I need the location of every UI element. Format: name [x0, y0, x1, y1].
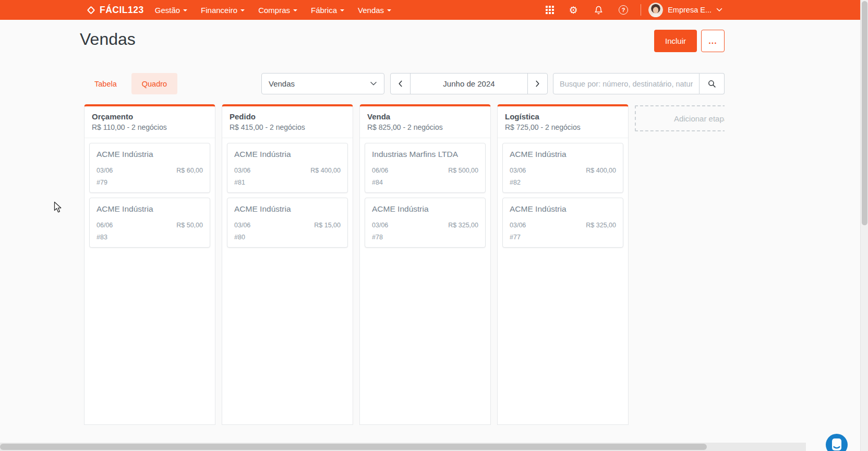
apps-grid-icon[interactable]: [546, 6, 554, 14]
card-value: R$ 400,00: [310, 167, 341, 174]
caret-down-icon: [293, 9, 297, 11]
chevron-down-icon: [370, 81, 377, 86]
deal-card[interactable]: ACME Indústria 03/06 R$ 325,00 #78: [365, 198, 486, 248]
menu-label: Fábrica: [311, 6, 337, 15]
search-group: [553, 73, 725, 94]
menu-vendas[interactable]: Vendas: [351, 0, 398, 20]
card-date: 03/06: [510, 222, 526, 229]
menu-compras[interactable]: Compras: [251, 0, 304, 20]
settings-gear-icon[interactable]: ⚙: [568, 4, 579, 16]
caret-down-icon: [183, 9, 187, 11]
column-summary: R$ 110,00 - 2 negócios: [92, 123, 208, 131]
filter-row: Tabela Quadro Vendas Junho de 2024: [0, 73, 868, 94]
card-number: #77: [510, 234, 616, 241]
horizontal-scrollbar[interactable]: [0, 443, 806, 451]
card-value: R$ 325,00: [448, 222, 478, 229]
menu-gestao[interactable]: Gestão: [148, 0, 194, 20]
app-logo[interactable]: FÁCIL123: [86, 5, 144, 16]
card-number: #82: [510, 179, 616, 186]
horizontal-scrollbar-thumb[interactable]: [0, 444, 707, 450]
caret-down-icon: [387, 9, 391, 11]
column-cards: ACME Indústria 03/06 R$ 60,00 #79 ACME I…: [85, 138, 215, 252]
main-menu: Gestão Financeiro Compras Fábrica Vendas: [148, 0, 398, 20]
card-company: ACME Indústria: [510, 204, 616, 214]
card-number: #84: [372, 179, 478, 186]
card-value: R$ 50,00: [176, 222, 203, 229]
card-date: 06/06: [97, 222, 113, 229]
menu-label: Financeiro: [201, 6, 237, 15]
pipeline-select[interactable]: Vendas: [261, 73, 384, 94]
search-icon: [707, 79, 716, 88]
caret-down-icon: [240, 9, 245, 11]
card-date: 03/06: [97, 167, 113, 174]
deal-card[interactable]: ACME Indústria 06/06 R$ 50,00 #83: [89, 198, 210, 248]
card-number: #79: [97, 179, 203, 186]
pipeline-select-value: Vendas: [269, 79, 295, 88]
card-date: 03/06: [234, 167, 250, 174]
column-header: Orçamento R$ 110,00 - 2 negócios: [85, 106, 215, 138]
navbar-right-group: ⚙ ? Empresa E...: [532, 0, 722, 20]
card-date: 03/06: [510, 167, 526, 174]
deal-card[interactable]: ACME Indústria 03/06 R$ 400,00 #82: [502, 143, 623, 193]
search-input[interactable]: [553, 73, 700, 94]
card-date: 03/06: [234, 222, 250, 229]
column-title: Logística: [505, 112, 621, 121]
help-icon[interactable]: ?: [618, 4, 629, 16]
period-label[interactable]: Junho de 2024: [411, 74, 527, 94]
menu-label: Compras: [258, 6, 290, 15]
deal-card[interactable]: Industrias Marfins LTDA 06/06 R$ 500,00 …: [365, 143, 486, 193]
tab-tabela[interactable]: Tabela: [84, 73, 127, 94]
add-stage-button[interactable]: Adicionar etapa: [635, 105, 725, 131]
card-company: ACME Indústria: [234, 204, 341, 214]
menu-financeiro[interactable]: Financeiro: [194, 0, 251, 20]
card-company: ACME Indústria: [97, 204, 203, 214]
vertical-scrollbar[interactable]: [860, 0, 868, 451]
previous-month-button[interactable]: [391, 74, 411, 94]
menu-label: Gestão: [155, 6, 180, 15]
column-header: Pedido R$ 415,00 - 2 negócios: [222, 106, 353, 138]
card-value: R$ 400,00: [586, 167, 616, 174]
deal-card[interactable]: ACME Indústria 03/06 R$ 400,00 #81: [227, 143, 348, 193]
column-header: Venda R$ 825,00 - 2 negócios: [360, 106, 490, 138]
caret-down-icon: [340, 9, 344, 11]
menu-label: Vendas: [358, 6, 384, 15]
card-company: Industrias Marfins LTDA: [372, 150, 478, 159]
include-button[interactable]: Incluir: [654, 30, 697, 52]
account-chevron-down-icon[interactable]: [716, 8, 722, 12]
notifications-bell-icon[interactable]: [593, 4, 604, 16]
card-company: ACME Indústria: [510, 150, 616, 159]
column-cards: Industrias Marfins LTDA 06/06 R$ 500,00 …: [360, 138, 490, 252]
vertical-scrollbar-thumb[interactable]: [862, 1, 867, 225]
card-number: #80: [234, 234, 341, 241]
page-title: Vendas: [80, 30, 136, 49]
column-summary: R$ 415,00 - 2 negócios: [230, 123, 345, 131]
column-orcamento: Orçamento R$ 110,00 - 2 negócios ACME In…: [84, 104, 215, 425]
logo-text: FÁCIL123: [100, 5, 144, 16]
card-value: R$ 15,00: [314, 222, 341, 229]
column-title: Pedido: [230, 112, 345, 121]
search-button[interactable]: [700, 73, 725, 94]
column-cards: ACME Indústria 03/06 R$ 400,00 #81 ACME …: [222, 138, 353, 252]
navbar-divider: [641, 4, 641, 16]
column-header: Logística R$ 725,00 - 2 negócios: [498, 106, 628, 138]
deal-card[interactable]: ACME Indústria 03/06 R$ 60,00 #79: [89, 143, 210, 193]
card-date: 03/06: [372, 222, 388, 229]
column-cards: ACME Indústria 03/06 R$ 400,00 #82 ACME …: [498, 138, 628, 252]
mouse-cursor: [54, 201, 64, 215]
card-number: #78: [372, 234, 478, 241]
more-options-button[interactable]: ...: [701, 30, 725, 52]
user-avatar[interactable]: [648, 3, 663, 17]
next-month-button[interactable]: [527, 74, 547, 94]
card-company: ACME Indústria: [234, 150, 341, 159]
tab-quadro[interactable]: Quadro: [131, 73, 177, 94]
menu-fabrica[interactable]: Fábrica: [304, 0, 351, 20]
deal-card[interactable]: ACME Indústria 03/06 R$ 325,00 #77: [502, 198, 623, 248]
column-pedido: Pedido R$ 415,00 - 2 negócios ACME Indús…: [222, 104, 353, 425]
deal-card[interactable]: ACME Indústria 03/06 R$ 15,00 #80: [227, 198, 348, 248]
card-value: R$ 500,00: [448, 167, 478, 174]
account-name[interactable]: Empresa E...: [668, 6, 712, 14]
header-actions: Incluir ...: [654, 30, 725, 52]
card-company: ACME Indústria: [372, 204, 478, 214]
kanban-board: Orçamento R$ 110,00 - 2 negócios ACME In…: [84, 104, 725, 425]
chat-widget-button[interactable]: [826, 434, 848, 451]
